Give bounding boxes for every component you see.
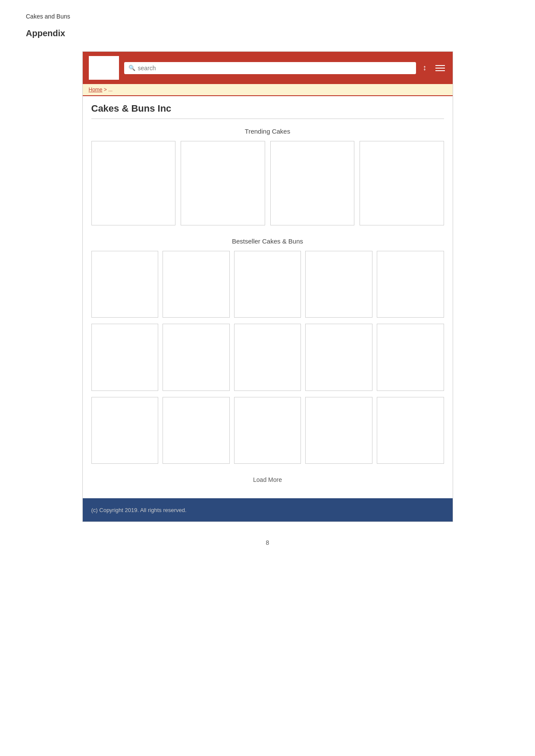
load-more-button[interactable]: Load More [253, 476, 282, 483]
bestseller-card-2-4[interactable] [305, 324, 372, 391]
search-bar[interactable]: 🔍 [124, 62, 416, 74]
trending-card-1[interactable] [91, 141, 176, 225]
trending-section-title: Trending Cakes [91, 128, 444, 135]
hamburger-icon [435, 65, 445, 66]
bestseller-card-1-2[interactable] [163, 251, 230, 318]
bestseller-row-3 [91, 397, 444, 464]
trending-card-4[interactable] [360, 141, 444, 225]
bestseller-card-3-3[interactable] [234, 397, 301, 464]
breadcrumb-home-link[interactable]: Home [89, 87, 103, 93]
bestseller-card-3-5[interactable] [377, 397, 444, 464]
breadcrumb: Home > ... [83, 84, 453, 96]
search-icon: 🔍 [128, 65, 135, 71]
logo-box [89, 56, 119, 80]
app-container: 🔍 ↕ Home > ... Cakes & Buns Inc Trending… [82, 51, 453, 522]
bestseller-section-title: Bestseller Cakes & Buns [91, 237, 444, 245]
bestseller-card-2-5[interactable] [377, 324, 444, 391]
store-title: Cakes & Buns Inc [91, 103, 444, 119]
search-input[interactable] [138, 65, 412, 72]
bestseller-card-2-2[interactable] [163, 324, 230, 391]
trending-card-2[interactable] [181, 141, 265, 225]
bestseller-card-3-1[interactable] [91, 397, 159, 464]
bestseller-card-2-1[interactable] [91, 324, 159, 391]
bestseller-card-1-4[interactable] [305, 251, 372, 318]
load-more-wrap: Load More [91, 470, 444, 488]
trending-grid [91, 141, 444, 225]
appendix-title: Appendix [26, 28, 509, 38]
hamburger-button[interactable] [434, 63, 447, 73]
bestseller-row-2 [91, 324, 444, 391]
bestseller-card-3-2[interactable] [163, 397, 230, 464]
trending-card-3[interactable] [270, 141, 355, 225]
app-footer: (c) Copyright 2019. All rights reserved. [83, 498, 453, 522]
sort-icon: ↕ [423, 63, 427, 72]
bestseller-card-1-3[interactable] [234, 251, 301, 318]
bestseller-card-1-5[interactable] [377, 251, 444, 318]
bestseller-card-2-3[interactable] [234, 324, 301, 391]
bestseller-card-3-4[interactable] [305, 397, 372, 464]
main-content: Cakes & Buns Inc Trending Cakes Bestsell… [83, 96, 453, 497]
page-number: 8 [26, 539, 509, 559]
app-header: 🔍 ↕ [83, 52, 453, 84]
bestseller-card-1-1[interactable] [91, 251, 159, 318]
footer-copyright: (c) Copyright 2019. All rights reserved. [91, 507, 187, 513]
hamburger-icon [435, 70, 445, 71]
hamburger-icon [435, 68, 445, 69]
sort-button[interactable]: ↕ [421, 62, 429, 74]
bestseller-row-1 [91, 251, 444, 318]
page-wrapper: Cakes and Buns Appendix 🔍 ↕ Home > ... [0, 0, 535, 559]
breadcrumb-separator: > ... [103, 87, 113, 93]
doc-label: Cakes and Buns [26, 13, 509, 20]
